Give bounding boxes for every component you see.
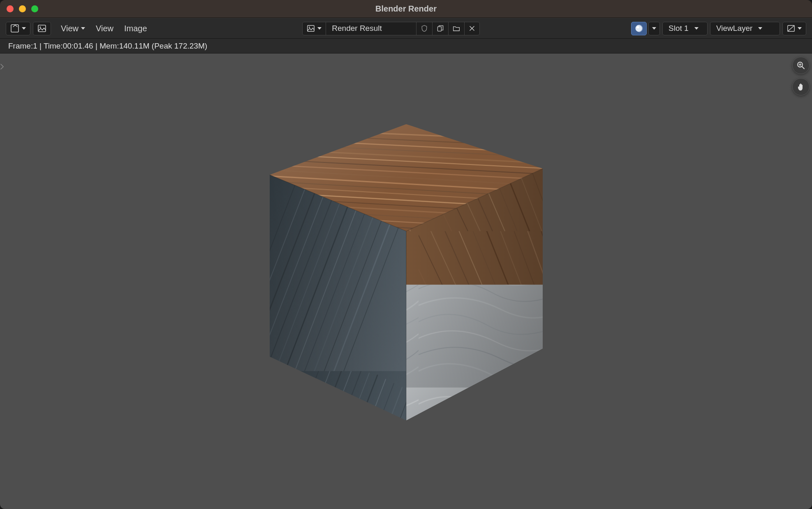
chevron-down-icon — [317, 27, 322, 30]
pan-button[interactable] — [792, 78, 810, 95]
header-toolbar: View View Image Render Result — [0, 18, 812, 39]
shading-options-dropdown[interactable] — [648, 22, 660, 35]
zoom-button[interactable] — [792, 57, 810, 74]
window-title: Blender Render — [375, 4, 437, 14]
image-menu[interactable]: Image — [120, 22, 151, 35]
folder-icon — [453, 25, 460, 32]
image-viewport[interactable] — [0, 53, 812, 509]
view-menu-1-label: View — [61, 24, 79, 33]
editor-type-dropdown[interactable] — [6, 22, 30, 35]
image-name-label: Render Result — [332, 24, 382, 33]
channel-dropdown[interactable] — [782, 22, 806, 35]
render-window: Blender Render View View Image — [0, 0, 812, 509]
layer-dropdown[interactable]: ViewLayer — [710, 22, 780, 35]
sidebar-expand-handle[interactable] — [0, 62, 4, 72]
close-button[interactable] — [7, 5, 14, 12]
image-icon — [37, 24, 46, 33]
display-mode-dropdown[interactable] — [33, 22, 51, 35]
chevron-down-icon — [81, 27, 85, 30]
svg-point-7 — [637, 26, 639, 28]
svg-point-4 — [309, 27, 310, 28]
titlebar: Blender Render — [0, 0, 812, 18]
image-menu-label: Image — [124, 24, 147, 33]
slot-label: Slot 1 — [669, 24, 689, 33]
render-stats: Frame:1 | Time:00:01.46 | Mem:140.11M (P… — [8, 42, 207, 51]
viewport-controls — [792, 57, 810, 95]
window-controls — [7, 5, 38, 12]
chevron-down-icon — [652, 27, 656, 30]
svg-rect-5 — [438, 27, 442, 31]
hand-icon — [796, 82, 806, 92]
image-browse-button[interactable] — [303, 22, 326, 35]
chevron-down-icon — [22, 27, 26, 30]
view-menu-1[interactable]: View — [57, 22, 89, 35]
view-menu-2-label: View — [96, 24, 113, 33]
layer-label: ViewLayer — [716, 24, 752, 33]
chevron-down-icon — [758, 27, 762, 30]
rendered-cube — [262, 124, 550, 424]
svg-point-2 — [39, 26, 41, 28]
image-icon — [307, 24, 315, 33]
maximize-button[interactable] — [31, 5, 38, 12]
new-image-button[interactable] — [433, 22, 449, 35]
chevron-down-icon — [798, 27, 802, 30]
shading-mode-button[interactable] — [631, 22, 647, 35]
view-menu-2[interactable]: View — [92, 22, 118, 35]
render-output — [262, 124, 550, 426]
open-image-button[interactable] — [449, 22, 465, 35]
duplicate-icon — [437, 25, 444, 32]
status-bar: Frame:1 | Time:00:01.46 | Mem:140.11M (P… — [0, 39, 812, 53]
fake-user-button[interactable] — [416, 22, 433, 35]
chevron-right-icon — [0, 64, 4, 70]
sphere-icon — [634, 24, 643, 33]
close-icon — [469, 25, 475, 32]
image-name-field[interactable]: Render Result — [326, 22, 416, 35]
slot-dropdown[interactable]: Slot 1 — [662, 22, 708, 35]
channels-icon — [787, 24, 795, 33]
shield-icon — [421, 25, 428, 32]
magnify-icon — [796, 60, 806, 70]
minimize-button[interactable] — [19, 5, 26, 12]
chevron-down-icon — [694, 27, 699, 30]
unlink-image-button[interactable] — [465, 22, 479, 35]
image-editor-icon — [10, 24, 19, 33]
image-datablock: Render Result — [302, 22, 480, 35]
